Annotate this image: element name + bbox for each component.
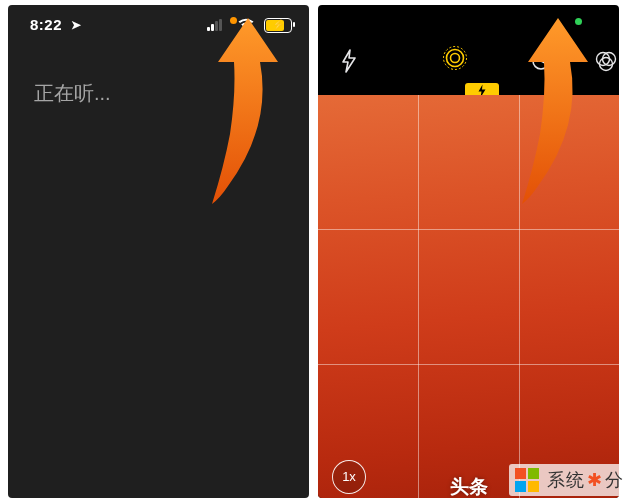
timer-icon[interactable] (530, 49, 552, 76)
microsoft-logo-icon (515, 468, 539, 492)
svg-point-1 (447, 50, 464, 67)
status-bar-left: 8:22 ➤ ⚡ (8, 5, 309, 45)
viewfinder-caption-text: 头条 (450, 474, 488, 498)
filters-icon[interactable] (594, 49, 618, 78)
battery-icon: ⚡ (264, 18, 292, 33)
listening-status-text: 正在听... (34, 80, 111, 107)
status-time: 8:22 ➤ (30, 16, 81, 33)
camera-indicator-dot (575, 18, 582, 25)
phone-left: 8:22 ➤ ⚡ 正在听... (8, 5, 309, 498)
watermark-text-a: 系统 (547, 470, 585, 490)
status-bar-right (318, 5, 619, 31)
time-text: 8:22 (30, 16, 62, 33)
microphone-indicator-dot (230, 17, 237, 24)
cellular-signal-icon (207, 19, 223, 31)
svg-point-0 (451, 54, 460, 63)
watermark-text: 系统✱分 (547, 468, 624, 492)
location-services-icon: ➤ (71, 18, 82, 32)
phone-right: 1x 头条 (318, 5, 619, 498)
camera-viewfinder[interactable]: 1x 头条 (318, 95, 619, 498)
camera-toolbar (318, 31, 619, 95)
zoom-toggle-button[interactable]: 1x (332, 460, 366, 494)
flash-toggle-icon[interactable] (340, 49, 358, 78)
wifi-icon (238, 16, 254, 33)
watermark-text-b: 分 (605, 470, 624, 490)
battery-charging-icon: ⚡ (265, 18, 291, 31)
live-photo-icon[interactable] (442, 45, 468, 76)
canvas: 8:22 ➤ ⚡ 正在听... (0, 0, 640, 502)
composition-grid (318, 95, 619, 498)
watermark: 系统✱分 (509, 464, 630, 496)
